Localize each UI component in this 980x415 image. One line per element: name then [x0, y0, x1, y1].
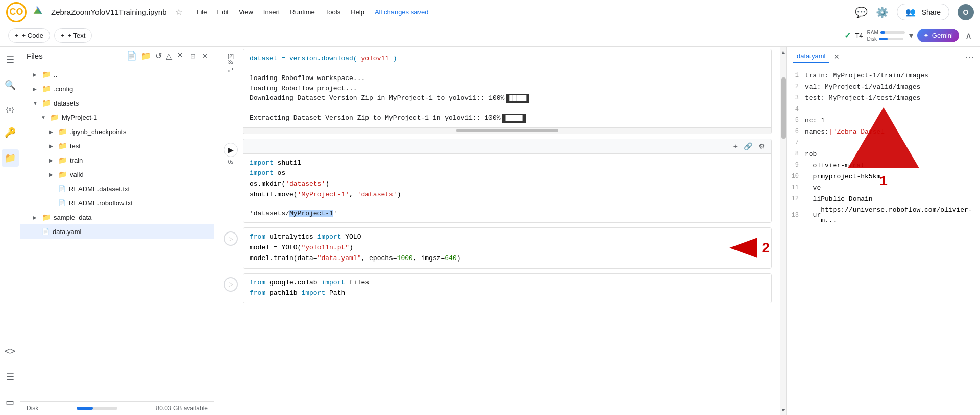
- menu-view[interactable]: View: [235, 6, 257, 18]
- tree-item-dotconfig[interactable]: ▶ 📁 .config: [20, 82, 214, 96]
- add-code-button[interactable]: + + Code: [8, 28, 50, 43]
- tree-item-dotdot[interactable]: ▶ 📁 ..: [20, 67, 214, 82]
- close-tab-icon[interactable]: ✕: [834, 53, 840, 61]
- play-icon: ▶: [228, 146, 234, 154]
- yaml-file-tab[interactable]: data.yaml: [793, 50, 829, 63]
- menu-runtime[interactable]: Runtime: [286, 6, 318, 18]
- scroll-up-button[interactable]: ▲: [780, 47, 786, 57]
- menu-toggle-icon[interactable]: ☰: [3, 51, 17, 68]
- file-icon: 📄: [42, 228, 50, 235]
- upload-file-icon[interactable]: 📄: [127, 51, 137, 61]
- yaml-line-1: 1 train: MyProject-1/train/images: [787, 70, 980, 82]
- connect-icon[interactable]: +: [731, 141, 740, 151]
- eye-icon[interactable]: 👁: [176, 51, 184, 61]
- more-options-icon[interactable]: ⋯: [965, 51, 974, 62]
- ram-disk-indicator: RAM Disk: [867, 30, 905, 42]
- file-icon: 📄: [58, 185, 66, 192]
- tree-item-data-yaml[interactable]: ▶ 📄 data.yaml: [20, 224, 214, 239]
- code-icon[interactable]: <>: [2, 343, 18, 360]
- new-folder-icon[interactable]: 📁: [141, 51, 151, 61]
- tree-item-myproject[interactable]: ▼ 📁 MyProject-1: [20, 110, 214, 124]
- cell-4-code[interactable]: from google.colab import files from path…: [243, 274, 771, 303]
- collapse-icon[interactable]: ∧: [965, 30, 972, 41]
- cell-4-status: ▷: [223, 273, 239, 292]
- scroll-down-button[interactable]: ▼: [780, 405, 786, 415]
- cell-1-scrollbar[interactable]: [243, 127, 771, 134]
- avatar[interactable]: O: [958, 4, 974, 20]
- cell-3-code[interactable]: from ultralytics import YOLO model = YOL…: [243, 228, 771, 268]
- sidebar-header: Files 📄 📁 ↺ △ 👁 ⊡ ✕: [20, 47, 214, 65]
- yaml-line-10: 10 prmyproject-hk5km: [787, 171, 980, 183]
- mount-drive-icon[interactable]: △: [166, 51, 172, 61]
- star-icon[interactable]: ☆: [175, 7, 182, 17]
- variables-icon[interactable]: {x}: [3, 102, 17, 116]
- add-text-button[interactable]: + + Text: [54, 28, 92, 43]
- tree-item-readme-dataset[interactable]: ▶ 📄 README.dataset.txt: [20, 181, 214, 196]
- tree-item-sample-data[interactable]: ▶ 📁 sample_data: [20, 210, 214, 224]
- yaml-line-3: 3 test: MyProject-1/test/images: [787, 93, 980, 104]
- tree-item-readme-roboflow[interactable]: ▶ 📄 README.roboflow.txt: [20, 196, 214, 210]
- key-icon[interactable]: 🔑: [2, 124, 19, 141]
- cell-2-code[interactable]: import shutil import os os.mkdir('datase…: [243, 154, 771, 204]
- yaml-line-5: 5 nc: 1: [787, 115, 980, 126]
- menu-help[interactable]: Help: [347, 6, 369, 18]
- yaml-line-11: 11 ve: [787, 183, 980, 194]
- sidebar-icon-group: 📄 📁 ↺ △ 👁: [127, 51, 184, 61]
- scroll-track[interactable]: [780, 57, 786, 405]
- tree-label: README.dataset.txt: [69, 185, 130, 193]
- secondary-bar: + + Code + + Text ✓ T4 RAM Disk ▾ ✦ Gemi…: [0, 24, 980, 47]
- expand-arrow-icon: ▶: [49, 172, 55, 177]
- folder-icon: 📁: [58, 156, 67, 164]
- top-bar: CO ZebraZoomYoloV11Training.ipynb ☆ File…: [0, 0, 980, 24]
- refresh-icon[interactable]: ↺: [155, 51, 162, 61]
- play-icon-empty2: ▷: [229, 281, 233, 288]
- run-button-cell4[interactable]: ▷: [224, 277, 238, 292]
- yaml-editor[interactable]: 1 train: MyProject-1/train/images 2 val:…: [787, 66, 980, 415]
- tree-label: README.roboflow.txt: [69, 199, 133, 207]
- tree-item-test[interactable]: ▶ 📁 test: [20, 139, 214, 153]
- annotation-arrow-2: 2: [729, 238, 770, 258]
- link-icon[interactable]: 🔗: [742, 141, 754, 151]
- dropdown-arrow-icon[interactable]: ▾: [909, 31, 913, 40]
- menu-file[interactable]: File: [192, 6, 211, 18]
- cell-2-status: ▶ 0s: [223, 139, 239, 165]
- annotation-2-label: 2: [762, 240, 770, 256]
- files-icon[interactable]: 📁: [2, 149, 19, 167]
- tree-label: datasets: [54, 99, 79, 107]
- disk-label: Disk: [27, 405, 38, 412]
- play-icon-empty: ▷: [229, 236, 233, 242]
- menu-tools[interactable]: Tools: [321, 6, 345, 18]
- notebook-wrapper: [2] 3s ⇄ dataset = version.download( yol…: [214, 47, 786, 415]
- cell-2-output: 'datasets/MyProject-1': [243, 204, 771, 223]
- tree-item-datasets[interactable]: ▼ 📁 datasets: [20, 96, 214, 110]
- settings-icon[interactable]: ⚙️: [876, 6, 889, 18]
- settings-cell-icon[interactable]: ⚙: [756, 141, 767, 151]
- changes-saved-link[interactable]: All changes saved: [375, 8, 429, 16]
- cell-3-wrapper: ▷ from ultralytics import YOLO model = Y…: [214, 225, 780, 271]
- folder-view-icon[interactable]: ⊡: [190, 52, 196, 60]
- menu-insert[interactable]: Insert: [259, 6, 284, 18]
- cell-1-output: dataset = version.download( yolov11 ) lo…: [243, 49, 771, 127]
- comment-icon[interactable]: 💬: [855, 6, 868, 18]
- folder-icon: 📁: [58, 142, 67, 150]
- terminal-icon[interactable]: ▭: [3, 394, 17, 411]
- folder-icon: 📁: [42, 70, 51, 79]
- run-button-cell2[interactable]: ▶: [224, 143, 238, 157]
- menu-edit[interactable]: Edit: [213, 6, 232, 18]
- expand-arrow-icon: ▶: [49, 158, 55, 163]
- cell-2-time: 0s: [228, 159, 234, 165]
- file-icon: 📄: [58, 199, 66, 206]
- close-sidebar-icon[interactable]: ✕: [202, 52, 208, 60]
- search-icon[interactable]: 🔍: [2, 76, 19, 94]
- scroll-thumb-vertical: [781, 77, 786, 139]
- plus-icon-text: +: [61, 32, 65, 39]
- gemini-button[interactable]: ✦ Gemini: [917, 29, 959, 42]
- run-button-cell3[interactable]: ▷: [224, 231, 238, 246]
- expand-arrow-icon: ▼: [33, 100, 39, 106]
- notebook-scrollbar[interactable]: ▲ ▼: [780, 47, 786, 415]
- tree-item-valid[interactable]: ▶ 📁 valid: [20, 167, 214, 181]
- share-button[interactable]: 👥 Share: [897, 4, 949, 20]
- tree-item-train[interactable]: ▶ 📁 train: [20, 153, 214, 167]
- table-icon[interactable]: ☰: [3, 368, 17, 385]
- tree-item-checkpoints[interactable]: ▶ 📁 .ipynb_checkpoints: [20, 124, 214, 139]
